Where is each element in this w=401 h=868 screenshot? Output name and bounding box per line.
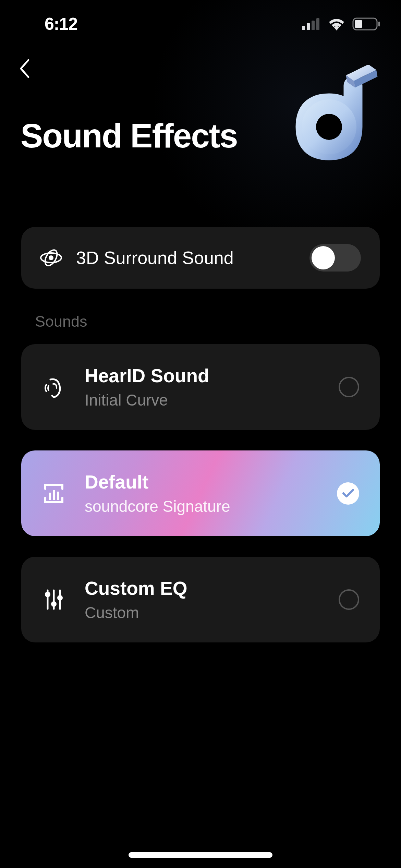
- svg-point-19: [51, 601, 57, 607]
- status-time: 6:12: [45, 14, 77, 34]
- toggle-knob: [312, 246, 335, 269]
- svg-point-20: [57, 595, 63, 601]
- sliders-icon: [42, 588, 66, 612]
- sound-option-title: Default: [85, 471, 318, 493]
- svg-point-11: [49, 255, 53, 260]
- home-indicator[interactable]: [129, 852, 272, 858]
- ear-icon: [42, 375, 66, 399]
- equalizer-preset-icon: [42, 481, 66, 505]
- surround-sound-card: 3D Surround Sound: [21, 227, 380, 289]
- svg-rect-14: [57, 492, 59, 500]
- svg-rect-1: [307, 23, 310, 30]
- radio-unselected-icon: [339, 589, 359, 610]
- soundcore-logo-icon: [286, 65, 382, 161]
- sound-option-text: HearID Sound Initial Curve: [85, 365, 320, 409]
- sound-option-subtitle: Custom: [85, 603, 320, 622]
- cellular-signal-icon: [302, 18, 321, 30]
- svg-point-18: [45, 592, 50, 597]
- back-button[interactable]: [14, 58, 34, 79]
- sound-option-default[interactable]: Default soundcore Signature: [21, 450, 380, 536]
- surround-sound-icon: [40, 247, 62, 269]
- page-title: Sound Effects: [21, 117, 238, 155]
- battery-icon: [352, 17, 380, 31]
- chevron-left-icon: [18, 58, 30, 79]
- sound-option-text: Default soundcore Signature: [85, 471, 318, 516]
- svg-rect-3: [316, 18, 319, 30]
- sound-option-text: Custom EQ Custom: [85, 577, 320, 622]
- svg-rect-0: [302, 26, 305, 30]
- sound-option-hearid[interactable]: HearID Sound Initial Curve: [21, 344, 380, 430]
- radio-unselected-icon: [339, 377, 359, 397]
- content-area: 3D Surround Sound Sounds HearID Sound In…: [21, 227, 380, 663]
- svg-rect-6: [378, 22, 380, 26]
- check-selected-icon: [337, 482, 359, 505]
- sound-option-subtitle: Initial Curve: [85, 391, 320, 409]
- sound-option-custom-eq[interactable]: Custom EQ Custom: [21, 557, 380, 642]
- sounds-section-header: Sounds: [35, 313, 380, 330]
- wifi-icon: [328, 17, 345, 31]
- status-bar: 6:12: [0, 0, 401, 38]
- svg-rect-2: [312, 21, 315, 30]
- surround-sound-label: 3D Surround Sound: [76, 248, 296, 268]
- surround-sound-toggle[interactable]: [309, 244, 361, 272]
- sound-option-title: Custom EQ: [85, 577, 320, 599]
- svg-rect-5: [355, 20, 362, 28]
- svg-rect-13: [53, 490, 55, 500]
- status-icons: [302, 17, 380, 31]
- sound-option-title: HearID Sound: [85, 365, 320, 387]
- sound-option-subtitle: soundcore Signature: [85, 497, 318, 516]
- svg-rect-12: [49, 493, 51, 500]
